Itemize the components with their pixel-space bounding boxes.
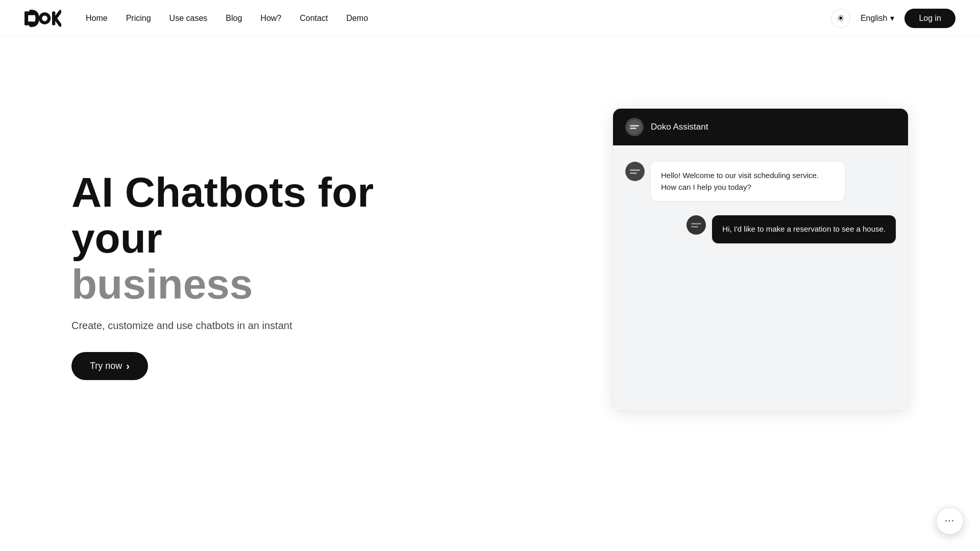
svg-rect-8: [630, 128, 636, 129]
chat-header-title: Doko Assistant: [651, 122, 708, 132]
chat-float-button[interactable]: ···: [936, 507, 964, 535]
nav-link-demo[interactable]: Demo: [346, 14, 368, 22]
svg-rect-6: [627, 120, 642, 134]
arrow-icon: ›: [126, 360, 130, 372]
chat-body: Hello! Welcome to our visit scheduling s…: [613, 145, 908, 411]
chat-header: Doko Assistant: [613, 109, 908, 145]
navbar: Home Pricing Use cases Blog How? Contact…: [0, 0, 980, 37]
nav-links: Home Pricing Use cases Blog How? Contact…: [86, 14, 368, 23]
hero-section: AI Chatbots for your business Create, cu…: [71, 78, 388, 380]
sun-icon: ☀: [837, 13, 845, 24]
user-message-avatar: [687, 215, 706, 235]
try-now-label: Try now: [90, 361, 122, 371]
user-avatar-icon: [687, 216, 705, 234]
svg-point-12: [687, 216, 705, 234]
chat-header-avatar: [625, 118, 644, 136]
nav-link-blog[interactable]: Blog: [226, 14, 242, 22]
nav-left: Home Pricing Use cases Blog How? Contact…: [24, 9, 368, 28]
bot-avatar-icon: [627, 120, 642, 134]
chat-widget: Doko Assistant Hello! Welcome to our vis…: [612, 108, 909, 411]
nav-link-pricing[interactable]: Pricing: [126, 14, 151, 22]
chevron-down-icon: ▾: [890, 13, 894, 23]
svg-rect-11: [630, 172, 637, 174]
svg-point-4: [42, 15, 47, 21]
svg-rect-10: [630, 169, 640, 171]
nav-item-blog[interactable]: Blog: [226, 14, 242, 23]
nav-item-how[interactable]: How?: [260, 14, 281, 23]
hero-title-line1: AI Chatbots for your: [71, 169, 374, 261]
bot-message-avatar: [625, 162, 645, 181]
nav-link-home[interactable]: Home: [86, 14, 108, 22]
nav-item-use-cases[interactable]: Use cases: [169, 14, 208, 23]
logo-svg: [24, 9, 61, 28]
svg-rect-13: [691, 223, 701, 224]
chat-message-user: Hi, I'd like to make a reservation to se…: [625, 215, 896, 243]
try-now-button[interactable]: Try now ›: [71, 352, 148, 380]
bot-message-bubble: Hello! Welcome to our visit scheduling s…: [651, 162, 845, 201]
bot-avatar-small-icon: [626, 162, 644, 181]
hero-subtitle: Create, customize and use chatbots in an…: [71, 320, 388, 332]
ellipsis-icon: ···: [945, 516, 954, 525]
chat-message-bot: Hello! Welcome to our visit scheduling s…: [625, 162, 896, 201]
hero-title: AI Chatbots for your business: [71, 169, 388, 308]
hero-title-line2: business: [71, 261, 253, 307]
nav-item-pricing[interactable]: Pricing: [126, 14, 151, 23]
chat-widget-container: Doko Assistant Hello! Welcome to our vis…: [612, 108, 909, 411]
svg-rect-7: [630, 125, 639, 127]
nav-item-contact[interactable]: Contact: [300, 14, 328, 23]
nav-link-how[interactable]: How?: [260, 14, 281, 22]
theme-toggle-button[interactable]: ☀: [831, 9, 850, 28]
language-selector[interactable]: English ▾: [861, 13, 894, 23]
nav-link-use-cases[interactable]: Use cases: [169, 14, 208, 22]
svg-point-9: [626, 162, 644, 181]
main-content: AI Chatbots for your business Create, cu…: [0, 37, 980, 551]
nav-right: ☀ English ▾ Log in: [831, 9, 955, 28]
logo[interactable]: [24, 9, 61, 28]
svg-rect-14: [691, 226, 698, 228]
user-message-bubble: Hi, I'd like to make a reservation to se…: [712, 215, 896, 243]
nav-link-contact[interactable]: Contact: [300, 14, 328, 22]
nav-item-home[interactable]: Home: [86, 14, 108, 23]
language-label: English: [861, 14, 887, 23]
login-button[interactable]: Log in: [904, 9, 955, 28]
nav-item-demo[interactable]: Demo: [346, 14, 368, 23]
